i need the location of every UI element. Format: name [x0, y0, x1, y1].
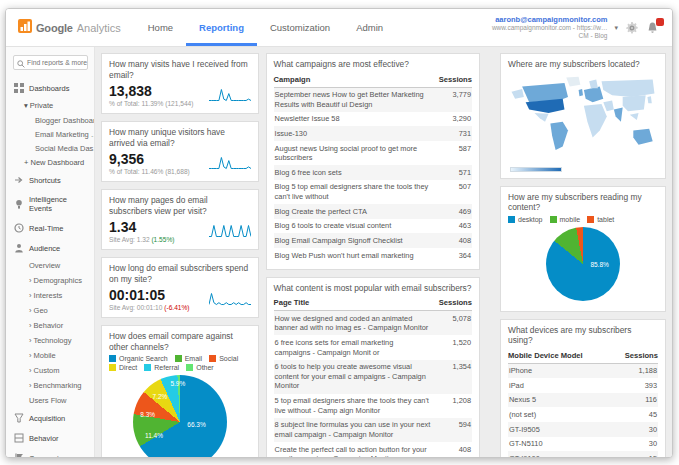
account-menu[interactable]: aaronb@campaignmonitor.com www.campaignm… — [492, 9, 672, 46]
sidebar-item-behavior-sub[interactable]: › Behavior — [6, 318, 94, 333]
table-row: Create the perfect call to action button… — [274, 442, 472, 458]
metric-subtext: % of Total: 11.46% (81,688) — [109, 168, 190, 175]
table-row: 6 tools to help you create awesome visua… — [274, 360, 472, 394]
notifications-bell-icon[interactable] — [646, 21, 660, 35]
account-email: aaronb@campaignmonitor.com — [492, 15, 608, 24]
legend-swatch — [175, 355, 182, 362]
chevron-down-icon: ▾ — [614, 24, 618, 32]
legend-swatch — [144, 364, 151, 371]
table-row: Blog Email Campaign Signoff Checklist408 — [274, 233, 472, 248]
logo-icon — [18, 19, 32, 37]
notification-badge — [656, 18, 664, 26]
table-header: Page TitleSessions — [274, 296, 472, 311]
widget-question: Where are my subscribers located? — [508, 59, 658, 70]
metric-subtext: Site Avg: 1.32 (1.55%) — [109, 236, 175, 243]
nav-tab-reporting[interactable]: Reporting — [186, 9, 257, 46]
nav-tab-home[interactable]: Home — [135, 9, 186, 46]
widget-question: How many unique visitors have arrived vi… — [109, 127, 251, 148]
metric-subtext: Site Avg: 00:01:10 (-6.41%) — [109, 304, 190, 311]
widget-question: What content is most popular with email … — [274, 283, 472, 294]
metric-subtext: % of Total: 11.39% (121,544) — [109, 100, 193, 107]
widget-pages-per-visit: How many pages do email subscribers view… — [101, 189, 259, 250]
table-row: GT-I910015 — [508, 451, 658, 458]
legend-swatch — [587, 216, 594, 223]
sparkline-chart — [209, 156, 251, 174]
table-row: Issue-130731 — [274, 126, 472, 141]
sidebar-item-overview[interactable]: Overview — [6, 258, 94, 273]
flag-icon — [14, 453, 24, 458]
widget-question: How does email compare against other cha… — [109, 331, 251, 352]
dashboard-canvas: How many visits have I received from ema… — [95, 47, 672, 458]
sidebar-item-real-time[interactable]: Real-Time — [6, 218, 94, 238]
sidebar-item-intelligence-events[interactable]: Intelligence Events — [6, 190, 94, 218]
widget-geo-map: Where are my subscribers located? — [500, 53, 666, 179]
sidebar-item-email-marketing-dashboard[interactable]: Email Marketing … — [6, 127, 94, 141]
report-search[interactable] — [13, 55, 88, 70]
pie-slice-label: 8.3% — [140, 411, 155, 418]
table-row: Newsletter Issue 583,290 — [274, 112, 472, 127]
legend-swatch — [186, 364, 193, 371]
sidebar-item-social-media-dashboard[interactable]: Social Media Das… — [6, 141, 94, 155]
table-row: August news Using social proof to get mo… — [274, 141, 472, 165]
settings-gear-icon[interactable] — [625, 21, 639, 35]
sidebar-item-conversions[interactable]: Conversions — [6, 448, 94, 458]
table-row: Blog 6 tools to create visual content463 — [274, 219, 472, 234]
sidebar-item-demographics[interactable]: › Demographics — [6, 273, 94, 288]
sidebar-item-shortcuts[interactable]: Shortcuts — [6, 170, 94, 190]
sidebar-group-private[interactable]: ▾ Private — [6, 98, 94, 113]
sidebar-item-technology[interactable]: › Technology — [6, 333, 94, 348]
google-analytics-logo[interactable]: Google Analytics — [6, 9, 135, 46]
funnel-icon — [14, 413, 24, 423]
sidebar-nav: Dashboards ▾ Private Blogger Dashboard E… — [6, 78, 94, 458]
sidebar: Dashboards ▾ Private Blogger Dashboard E… — [6, 47, 95, 458]
widget-unique-visitors: How many unique visitors have arrived vi… — [101, 121, 259, 182]
widget-question: What devices are my subscribers using? — [508, 325, 658, 346]
brand-text: Google — [36, 22, 73, 34]
sidebar-item-behavior[interactable]: Behavior — [6, 428, 94, 448]
primary-nav: Home Reporting Customization Admin — [135, 9, 396, 46]
sidebar-item-interests[interactable]: › Interests — [6, 288, 94, 303]
sidebar-item-dashboards[interactable]: Dashboards — [6, 78, 94, 98]
sidebar-item-acquisition[interactable]: Acquisition — [6, 408, 94, 428]
shortcuts-arrow-icon — [14, 175, 24, 185]
table-row: (not set)45 — [508, 407, 658, 422]
widget-question: What campaigns are most effective? — [274, 59, 472, 70]
person-icon — [14, 243, 24, 253]
sidebar-item-audience[interactable]: Audience — [6, 238, 94, 258]
search-input[interactable] — [27, 59, 89, 66]
widget-readers-pie: How are my subscribers reading my conten… — [500, 186, 666, 312]
pie-slice-label: 5.9% — [170, 380, 185, 387]
table-row: iPhone1,188 — [508, 364, 658, 379]
sidebar-item-blogger-dashboard[interactable]: Blogger Dashboard — [6, 113, 94, 127]
product-text: Analytics — [77, 22, 121, 34]
lightbulb-icon — [14, 199, 24, 209]
sidebar-item-new-dashboard[interactable]: + New Dashboard — [6, 155, 94, 170]
sparkline-chart — [209, 88, 251, 106]
table-header: Mobile Device ModelSessions — [508, 349, 658, 364]
legend-swatch — [550, 216, 557, 223]
pie-legend: desktop mobile tablet — [508, 216, 658, 223]
account-view: CM - Blog — [492, 32, 608, 40]
table-row: GT-I950530 — [508, 422, 658, 437]
widget-devices-table: What devices are my subscribers using? M… — [500, 319, 666, 459]
sidebar-item-custom[interactable]: › Custom — [6, 363, 94, 378]
legend-swatch — [209, 355, 216, 362]
nav-tab-admin[interactable]: Admin — [343, 9, 396, 46]
widget-question: How are my subscribers reading my conten… — [508, 192, 658, 213]
sidebar-item-mobile[interactable]: › Mobile — [6, 348, 94, 363]
sidebar-item-geo[interactable]: › Geo — [6, 303, 94, 318]
sidebar-item-users-flow[interactable]: Users Flow — [6, 393, 94, 408]
widget-content-table: What content is most popular with email … — [266, 277, 480, 458]
pie-slice-label: 85.8% — [590, 261, 608, 268]
table-row: Blog 6 free icon sets571 — [274, 165, 472, 180]
search-icon — [17, 54, 25, 72]
sparkline-chart — [209, 292, 251, 310]
nav-tab-customization[interactable]: Customization — [257, 9, 343, 46]
widget-question: How many pages do email subscribers view… — [109, 195, 251, 216]
sparkline-chart — [209, 224, 251, 242]
metric-value: 00:01:05 — [109, 287, 190, 303]
pie-slice-label: 66.3% — [187, 421, 205, 428]
widget-channels-pie: How does email compare against other cha… — [101, 325, 259, 458]
sidebar-item-benchmarking[interactable]: › Benchmarking — [6, 378, 94, 393]
widget-question: How many visits have I received from ema… — [109, 59, 251, 80]
